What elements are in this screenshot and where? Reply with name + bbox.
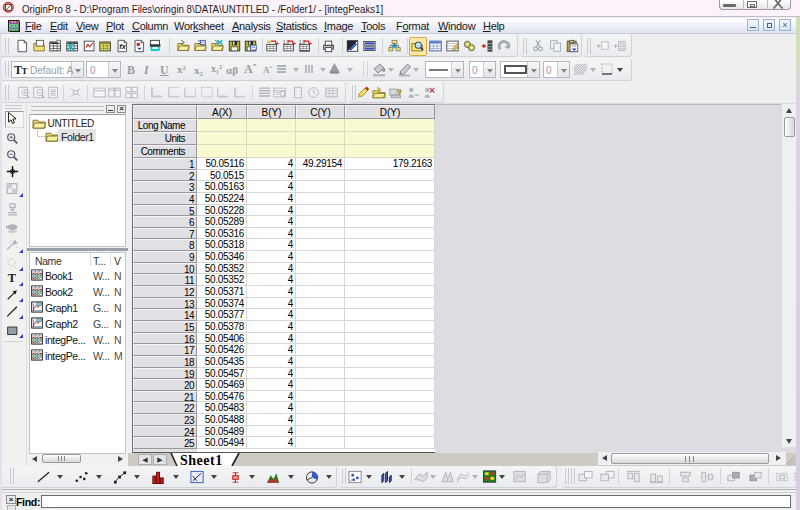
svg-text:1 8: 1 8 [283, 40, 290, 45]
svg-text:T: T [22, 66, 28, 76]
svg-text:T: T [8, 271, 16, 285]
svg-text:1 8: 1 8 [299, 40, 306, 45]
svg-text:fx: fx [119, 42, 126, 51]
